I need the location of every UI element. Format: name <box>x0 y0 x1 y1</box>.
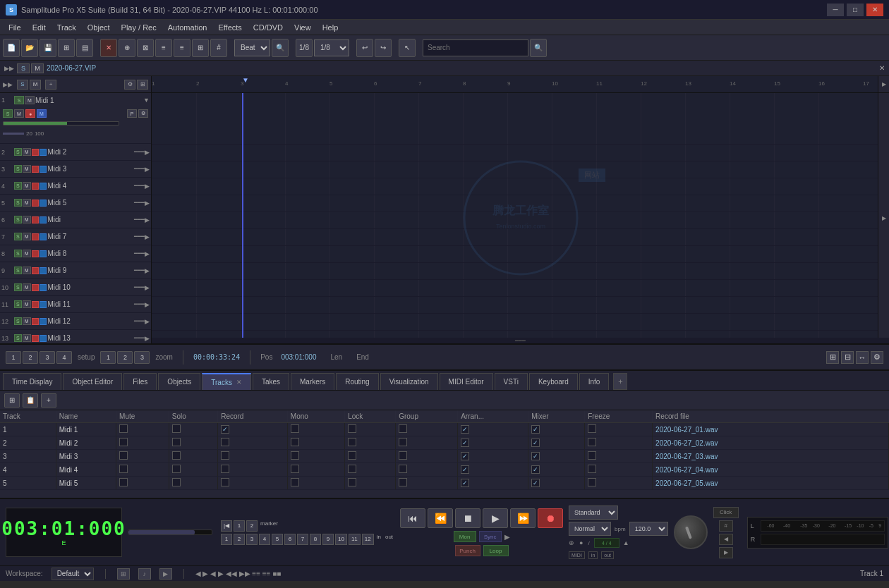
cell-record[interactable] <box>218 450 288 463</box>
in-btn12[interactable]: 12 <box>362 534 374 545</box>
playback-mode-dropdown[interactable]: Standard <box>569 506 618 520</box>
track-arrow-5[interactable]: ▶ <box>145 200 150 207</box>
track-s-3[interactable]: S <box>14 165 22 173</box>
cell-freeze[interactable] <box>585 477 653 490</box>
track-col2-5[interactable] <box>40 200 47 207</box>
track-s-11[interactable]: S <box>14 300 22 308</box>
track-arrow-8[interactable]: ▶ <box>145 250 150 257</box>
menu-help[interactable]: Help <box>317 22 344 33</box>
cell-freeze[interactable] <box>585 436 653 450</box>
maximize-button[interactable]: □ <box>847 4 864 16</box>
cell-mixer[interactable]: ✓ <box>528 463 585 477</box>
in-btn10[interactable]: 10 <box>335 534 347 545</box>
tab-files[interactable]: Files <box>123 373 157 390</box>
undo2-button[interactable]: ↩ <box>356 39 373 57</box>
tab-objects[interactable]: Objects <box>158 373 200 390</box>
tb-icon6[interactable]: ≡ <box>174 39 190 57</box>
midi-label[interactable]: MIDI <box>569 551 585 559</box>
quality-mode-dropdown[interactable]: Normal <box>569 522 611 536</box>
track-s-5[interactable]: S <box>14 199 22 207</box>
track-m-btn-1[interactable]: M <box>25 96 35 104</box>
track-arrow-13[interactable]: ▶ <box>145 335 150 342</box>
cell-lock[interactable] <box>345 477 396 490</box>
search-go-button[interactable]: 🔍 <box>530 39 547 57</box>
track-m-6[interactable]: M <box>23 216 31 223</box>
in-btn6[interactable]: 6 <box>284 534 296 545</box>
cell-arran[interactable]: ✓ <box>458 463 528 477</box>
cell-mute[interactable] <box>116 463 169 477</box>
cell-mono[interactable] <box>287 450 344 463</box>
in-btn9[interactable]: 9 <box>322 534 334 545</box>
menu-file[interactable]: File <box>3 22 27 33</box>
cell-record[interactable]: ✓ <box>218 423 288 436</box>
tab-tracks[interactable]: Tracks✕ <box>202 373 251 390</box>
cell-mixer[interactable]: ✓ <box>528 436 585 450</box>
nav-btn-2[interactable]: 2 <box>23 351 38 364</box>
cell-solo[interactable] <box>169 450 217 463</box>
punch-button[interactable]: Punch <box>455 545 480 556</box>
cell-group[interactable] <box>396 463 458 477</box>
menu-object[interactable]: Object <box>82 22 116 33</box>
cell-mono[interactable] <box>287 436 344 450</box>
cell-arran[interactable]: ✓ <box>458 477 528 490</box>
track-col2-6[interactable] <box>40 216 47 223</box>
in-btn3[interactable]: 3 <box>246 534 258 545</box>
track-arrow-4[interactable]: ▶ <box>145 183 150 190</box>
track-m-7[interactable]: M <box>23 233 31 240</box>
record-button[interactable]: ⏺ <box>538 508 563 528</box>
rewind-to-start-button[interactable]: ⏮ <box>400 508 425 528</box>
cell-mono[interactable] <box>287 477 344 490</box>
track-arrow-12[interactable]: ▶ <box>145 318 150 325</box>
cell-solo[interactable] <box>169 423 217 436</box>
track-expand-1[interactable]: ▼ <box>143 97 150 104</box>
volume-scrollbar[interactable] <box>128 529 212 535</box>
panel-icon3[interactable]: + <box>41 393 56 408</box>
track-col-13[interactable] <box>32 335 39 342</box>
track-arrow-9[interactable]: ▶ <box>145 267 150 274</box>
settings-icon[interactable]: ⚙ <box>124 80 135 90</box>
nav-btn-4[interactable]: 4 <box>56 351 72 364</box>
track-s-10[interactable]: S <box>14 283 22 291</box>
sync-arrow[interactable]: ▶ <box>504 533 510 541</box>
zoom-in-icon[interactable]: ⊞ <box>826 351 839 364</box>
in-btn11[interactable]: 11 <box>349 534 361 545</box>
fast-forward-button[interactable]: ⏩ <box>510 508 536 528</box>
cell-mute[interactable] <box>116 423 169 436</box>
track-s-8[interactable]: S <box>14 250 22 257</box>
search-icon[interactable]: 🔍 <box>272 39 289 57</box>
timesig-arrow[interactable]: ▲ <box>623 539 629 546</box>
tb-frac1[interactable]: 1/8 <box>296 39 313 57</box>
minimize-button[interactable]: ─ <box>827 4 844 16</box>
status-icon3[interactable]: ▶ <box>159 568 172 580</box>
menu-automation[interactable]: Automation <box>162 22 213 33</box>
track-col2-4[interactable] <box>40 183 47 190</box>
zoom-btn-2[interactable]: 2 <box>117 351 133 364</box>
resize-handle[interactable]: ━━━ <box>152 338 889 343</box>
cell-mixer[interactable]: ✓ <box>528 477 585 490</box>
cell-group[interactable] <box>396 436 458 450</box>
metronome-knob[interactable] <box>674 515 708 549</box>
cell-lock[interactable] <box>345 423 396 436</box>
marker-2[interactable]: 2 <box>246 520 258 532</box>
vip-close[interactable]: ✕ <box>879 64 885 72</box>
marker-back-btn[interactable]: |◀ <box>221 520 232 532</box>
track-arrow-6[interactable]: ▶ <box>145 216 150 223</box>
track-col-5[interactable] <box>32 200 39 207</box>
undo-button[interactable]: ✕ <box>100 39 117 57</box>
track-col-8[interactable] <box>32 250 39 257</box>
prev-button[interactable]: ◀ <box>719 534 733 545</box>
track-m-12[interactable]: M <box>23 317 31 325</box>
status-icon1[interactable]: ⊞ <box>117 568 130 580</box>
cell-mute[interactable] <box>116 436 169 450</box>
lane-scroll-right[interactable]: ▶ <box>878 93 889 343</box>
cell-mono[interactable] <box>287 463 344 477</box>
grid-icon[interactable]: ⊞ <box>137 80 148 90</box>
track-settings-btn-1[interactable]: ⚙ <box>138 109 148 118</box>
track-m-8[interactable]: M <box>23 250 31 257</box>
cell-arran[interactable]: ✓ <box>458 436 528 450</box>
redo-button[interactable]: ↪ <box>375 39 392 57</box>
in-label2[interactable]: in <box>588 551 598 559</box>
tab-routing[interactable]: Routing <box>336 373 378 390</box>
in-btn8[interactable]: 8 <box>310 534 321 545</box>
track-col2-8[interactable] <box>40 250 47 257</box>
